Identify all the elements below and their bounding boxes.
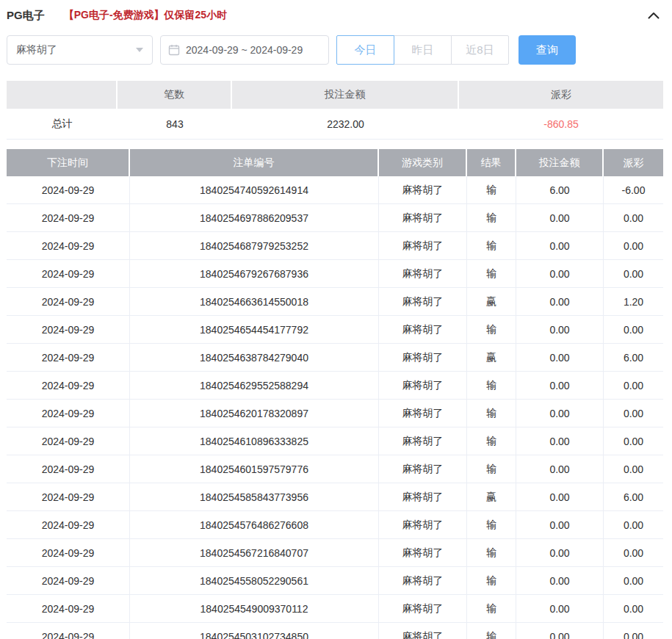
payout-cell: -6.00 [604, 176, 663, 204]
bet-time-cell: 2024-09-29 [7, 539, 130, 567]
result-cell: 输 [467, 316, 516, 344]
payout-cell: 0.00 [604, 204, 663, 232]
result-cell: 赢 [467, 483, 516, 511]
game-type-cell: 麻将胡了 [379, 595, 467, 623]
summary-count-value: 843 [118, 109, 232, 140]
payout-cell: 0.00 [604, 623, 663, 639]
bet-amount-cell: 0.00 [516, 372, 604, 400]
search-button[interactable]: 查询 [519, 35, 576, 65]
table-row: 2024-09-291840254679267687936麻将胡了输0.000.… [7, 260, 663, 288]
table-row: 2024-09-291840254558052290561麻将胡了输0.000.… [7, 567, 663, 595]
bet-amount-cell: 6.00 [516, 176, 604, 204]
payout-cell: 6.00 [604, 483, 663, 511]
payout-cell: 0.00 [604, 316, 663, 344]
header-result: 结果 [467, 149, 516, 176]
bet-amount-cell: 0.00 [516, 455, 604, 483]
table-row: 2024-09-291840254638784279040麻将胡了赢0.006.… [7, 344, 663, 372]
date-range-value: 2024-09-29 ~ 2024-09-29 [186, 44, 303, 56]
summary-header-payout: 派彩 [459, 81, 663, 109]
order-id-cell: 1840254687979253252 [130, 232, 379, 260]
result-cell: 输 [467, 372, 516, 400]
bet-amount-cell: 0.00 [516, 427, 604, 455]
table-row: 2024-09-291840254503102734850麻将胡了输0.000.… [7, 623, 663, 639]
order-id-cell: 1840254654454177792 [130, 316, 379, 344]
bet-time-cell: 2024-09-29 [7, 427, 130, 455]
bet-amount-cell: 0.00 [516, 567, 604, 595]
payout-cell: 0.00 [604, 260, 663, 288]
bet-amount-cell: 0.00 [516, 316, 604, 344]
summary-header-row: 笔数 投注金额 派彩 [7, 81, 663, 109]
game-select-value: 麻将胡了 [16, 43, 57, 57]
table-row: 2024-09-291840254697886209537麻将胡了输0.000.… [7, 204, 663, 232]
table-row: 2024-09-291840254620178320897麻将胡了输0.000.… [7, 400, 663, 427]
payout-cell: 0.00 [604, 595, 663, 623]
game-type-cell: 麻将胡了 [379, 372, 467, 400]
bet-time-cell: 2024-09-29 [7, 400, 130, 427]
bet-time-cell: 2024-09-29 [7, 260, 130, 288]
result-cell: 输 [467, 455, 516, 483]
order-id-cell: 1840254638784279040 [130, 344, 379, 372]
summary-table: 笔数 投注金额 派彩 总计 843 2232.00 -860.85 [7, 81, 663, 140]
bet-amount-cell: 0.00 [516, 400, 604, 427]
summary-bet-amount-value: 2232.00 [232, 109, 459, 140]
bet-time-cell: 2024-09-29 [7, 455, 130, 483]
game-type-cell: 麻将胡了 [379, 539, 467, 567]
result-cell: 赢 [467, 288, 516, 316]
game-select[interactable]: 麻将胡了 [7, 35, 153, 65]
bet-amount-cell: 0.00 [516, 595, 604, 623]
order-id-cell: 1840254679267687936 [130, 260, 379, 288]
last-8-days-button[interactable]: 近8日 [451, 35, 509, 65]
payout-cell: 0.00 [604, 400, 663, 427]
bet-time-cell: 2024-09-29 [7, 623, 130, 639]
table-row: 2024-09-291840254654454177792麻将胡了输0.000.… [7, 316, 663, 344]
order-id-cell: 1840254585843773956 [130, 483, 379, 511]
game-type-cell: 麻将胡了 [379, 400, 467, 427]
records-header-row: 下注时间 注单编号 游戏类别 结果 投注金额 派彩 [7, 149, 663, 176]
bet-amount-cell: 0.00 [516, 204, 604, 232]
table-row: 2024-09-291840254687979253252麻将胡了输0.000.… [7, 232, 663, 260]
header-order-id: 注单编号 [130, 149, 379, 176]
filter-bar: 麻将胡了 2024-09-29 ~ 2024-09-29 今日 昨日 近8日 查… [7, 35, 665, 65]
payout-cell: 0.00 [604, 539, 663, 567]
today-button[interactable]: 今日 [336, 35, 394, 65]
result-cell: 输 [467, 539, 516, 567]
yesterday-button[interactable]: 昨日 [394, 35, 452, 65]
game-type-cell: 麻将胡了 [379, 232, 467, 260]
game-type-cell: 麻将胡了 [379, 483, 467, 511]
payout-cell: 0.00 [604, 567, 663, 595]
bet-time-cell: 2024-09-29 [7, 204, 130, 232]
bet-time-cell: 2024-09-29 [7, 372, 130, 400]
bet-time-cell: 2024-09-29 [7, 232, 130, 260]
summary-payout-value: -860.85 [459, 109, 663, 140]
result-cell: 输 [467, 232, 516, 260]
header-bet-time: 下注时间 [7, 149, 130, 176]
bet-time-cell: 2024-09-29 [7, 344, 130, 372]
payout-cell: 0.00 [604, 511, 663, 539]
result-cell: 输 [467, 511, 516, 539]
order-id-cell: 1840254549009370112 [130, 595, 379, 623]
chevron-down-icon [136, 48, 143, 52]
payout-cell: 0.00 [604, 427, 663, 455]
table-row: 2024-09-291840254576486276608麻将胡了输0.000.… [7, 511, 663, 539]
calendar-icon [168, 44, 180, 56]
order-id-cell: 1840254601597579776 [130, 455, 379, 483]
result-cell: 输 [467, 400, 516, 427]
bet-time-cell: 2024-09-29 [7, 316, 130, 344]
game-type-cell: 麻将胡了 [379, 623, 467, 639]
game-type-cell: 麻将胡了 [379, 288, 467, 316]
payout-cell: 0.00 [604, 232, 663, 260]
result-cell: 输 [467, 260, 516, 288]
bet-amount-cell: 0.00 [516, 232, 604, 260]
table-row: 2024-09-291840254567216840707麻将胡了输0.000.… [7, 539, 663, 567]
collapse-panel-button[interactable] [648, 12, 660, 19]
result-cell: 输 [467, 176, 516, 204]
order-id-cell: 1840254663614550018 [130, 288, 379, 316]
summary-header-count: 笔数 [118, 81, 232, 109]
bet-amount-cell: 0.00 [516, 623, 604, 639]
pg-records-panel: PG电子 【PG电子-免费游戏】仅保留25小时 麻将胡了 2024-09-29 … [0, 0, 672, 639]
game-type-cell: 麻将胡了 [379, 176, 467, 204]
payout-cell: 0.00 [604, 372, 663, 400]
date-range-picker[interactable]: 2024-09-29 ~ 2024-09-29 [160, 35, 329, 65]
bet-time-cell: 2024-09-29 [7, 483, 130, 511]
table-row: 2024-09-291840254663614550018麻将胡了赢0.001.… [7, 288, 663, 316]
